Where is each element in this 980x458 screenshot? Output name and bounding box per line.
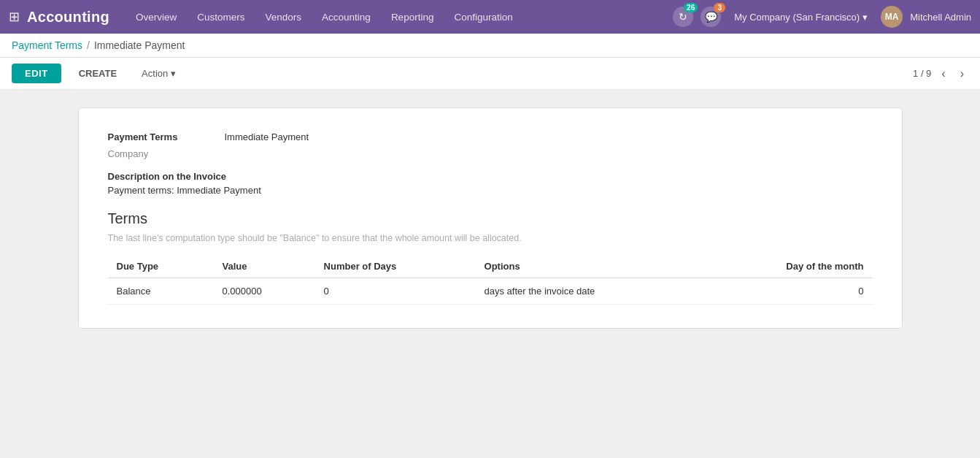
nav-overview[interactable]: Overview: [127, 9, 185, 26]
navbar-menu: Overview Customers Vendors Accounting Re…: [127, 9, 673, 26]
pagination: 1 / 9 ‹ ›: [913, 66, 968, 82]
col-number-of-days: Number of Days: [315, 255, 476, 278]
main-content: Payment Terms Immediate Payment Company …: [0, 90, 980, 346]
nav-reporting[interactable]: Reporting: [382, 9, 443, 26]
updates-count: 26: [684, 3, 698, 12]
col-options: Options: [476, 255, 704, 278]
company-name: My Company (San Francisco): [734, 12, 860, 23]
col-day-of-month: Day of the month: [703, 255, 872, 278]
cell-due-type: Balance: [108, 278, 214, 305]
navbar-right: ↻ 26 💬 3 My Company (San Francisco) ▾ MA…: [673, 6, 971, 28]
messages-badge[interactable]: 💬 3: [701, 7, 721, 27]
nav-configuration[interactable]: Configuration: [445, 9, 521, 26]
cell-number-of-days: 0: [315, 278, 476, 305]
terms-warning: The last line's computation type should …: [108, 233, 873, 243]
breadcrumb-separator: /: [87, 39, 90, 51]
grid-icon[interactable]: ⊞: [9, 9, 20, 25]
nav-customers[interactable]: Customers: [188, 9, 253, 26]
col-due-type: Due Type: [108, 255, 214, 278]
description-value: Payment terms: Immediate Payment: [108, 185, 873, 196]
navbar: ⊞ Accounting Overview Customers Vendors …: [0, 0, 980, 34]
user-name[interactable]: Mitchell Admin: [910, 12, 971, 23]
company-label: Company: [108, 148, 873, 159]
breadcrumb: Payment Terms / Immediate Payment: [0, 34, 980, 58]
edit-button[interactable]: EDIT: [12, 64, 61, 83]
nav-vendors[interactable]: Vendors: [257, 9, 311, 26]
table-row: Balance 0.000000 0 days after the invoic…: [108, 278, 873, 305]
next-page-button[interactable]: ›: [956, 66, 968, 82]
action-bar: EDIT CREATE Action ▾ 1 / 9 ‹ ›: [0, 58, 980, 90]
nav-accounting[interactable]: Accounting: [313, 9, 379, 26]
breadcrumb-parent[interactable]: Payment Terms: [12, 39, 82, 51]
cell-value: 0.000000: [214, 278, 315, 305]
col-value: Value: [214, 255, 315, 278]
terms-section: Terms The last line's computation type s…: [108, 210, 873, 305]
table-header-row: Due Type Value Number of Days Options Da…: [108, 255, 873, 278]
updates-badge[interactable]: ↻ 26: [673, 7, 693, 27]
terms-title: Terms: [108, 210, 873, 227]
breadcrumb-current: Immediate Payment: [94, 39, 185, 51]
app-title: Accounting: [27, 9, 109, 26]
create-button[interactable]: CREATE: [70, 64, 126, 83]
company-chevron-icon: ▾: [863, 12, 868, 23]
cell-options: days after the invoice date: [476, 278, 704, 305]
action-dropdown[interactable]: Action ▾: [134, 64, 183, 83]
action-chevron-icon: ▾: [171, 68, 176, 79]
description-section: Description on the Invoice Payment terms…: [108, 171, 873, 196]
avatar-initials: MA: [885, 12, 899, 22]
description-label: Description on the Invoice: [108, 171, 873, 182]
payment-terms-value: Immediate Payment: [225, 131, 309, 142]
avatar[interactable]: MA: [881, 6, 903, 28]
record-card: Payment Terms Immediate Payment Company …: [78, 107, 903, 329]
messages-count: 3: [714, 3, 725, 12]
terms-table: Due Type Value Number of Days Options Da…: [108, 255, 873, 305]
payment-terms-label: Payment Terms: [108, 131, 225, 142]
prev-page-button[interactable]: ‹: [937, 66, 949, 82]
payment-terms-row: Payment Terms Immediate Payment: [108, 131, 873, 142]
cell-day-of-month: 0: [703, 278, 872, 305]
pagination-text: 1 / 9: [913, 68, 931, 79]
company-selector[interactable]: My Company (San Francisco) ▾: [728, 9, 873, 26]
action-label: Action: [142, 68, 168, 79]
